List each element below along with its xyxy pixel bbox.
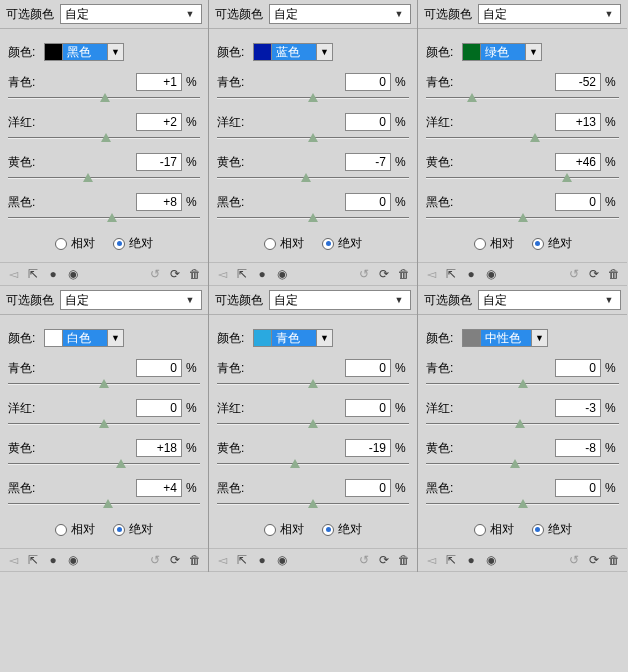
channel-value-input[interactable] — [136, 113, 182, 131]
channel-value-input[interactable] — [555, 399, 601, 417]
radio-relative[interactable]: 相对 — [474, 521, 514, 538]
slider-thumb[interactable] — [518, 379, 528, 388]
slider-track[interactable] — [8, 213, 200, 225]
radio-absolute[interactable]: 绝对 — [532, 235, 572, 252]
eye-icon[interactable]: ◉ — [64, 266, 82, 282]
slider-thumb[interactable] — [467, 93, 477, 102]
radio-relative[interactable]: 相对 — [264, 235, 304, 252]
slider-thumb[interactable] — [116, 459, 126, 468]
trash-icon[interactable]: 🗑 — [395, 266, 413, 282]
hand-icon[interactable]: ◅ — [4, 266, 22, 282]
channel-value-input[interactable] — [136, 359, 182, 377]
slider-track[interactable] — [8, 459, 200, 471]
eye-icon[interactable]: ◉ — [273, 552, 291, 568]
reset-icon[interactable]: ↺ — [146, 266, 164, 282]
slider-track[interactable] — [8, 93, 200, 105]
channel-value-input[interactable] — [555, 479, 601, 497]
channel-value-input[interactable] — [345, 359, 391, 377]
slider-track[interactable] — [426, 379, 619, 391]
expand-icon[interactable]: ⇱ — [24, 552, 42, 568]
slider-track[interactable] — [8, 419, 200, 431]
slider-thumb[interactable] — [99, 419, 109, 428]
slider-track[interactable] — [426, 499, 619, 511]
channel-value-input[interactable] — [555, 359, 601, 377]
slider-track[interactable] — [217, 93, 409, 105]
radio-absolute[interactable]: 绝对 — [322, 521, 362, 538]
eye-icon[interactable]: ◉ — [482, 552, 500, 568]
radio-absolute[interactable]: 绝对 — [322, 235, 362, 252]
slider-thumb[interactable] — [518, 499, 528, 508]
slider-thumb[interactable] — [518, 213, 528, 222]
slider-track[interactable] — [217, 379, 409, 391]
slider-thumb[interactable] — [99, 379, 109, 388]
eye-icon[interactable]: ◉ — [273, 266, 291, 282]
trash-icon[interactable]: 🗑 — [605, 266, 623, 282]
color-dropdown[interactable]: 黑色 ▼ — [44, 43, 124, 61]
refresh-icon[interactable]: ⟳ — [375, 552, 393, 568]
slider-thumb[interactable] — [308, 93, 318, 102]
channel-value-input[interactable] — [136, 73, 182, 91]
channel-value-input[interactable] — [345, 73, 391, 91]
reset-icon[interactable]: ↺ — [565, 266, 583, 282]
slider-thumb[interactable] — [100, 93, 110, 102]
hand-icon[interactable]: ◅ — [422, 266, 440, 282]
hand-icon[interactable]: ◅ — [213, 552, 231, 568]
slider-thumb[interactable] — [510, 459, 520, 468]
radio-absolute[interactable]: 绝对 — [113, 235, 153, 252]
trash-icon[interactable]: 🗑 — [605, 552, 623, 568]
channel-value-input[interactable] — [345, 479, 391, 497]
slider-thumb[interactable] — [308, 133, 318, 142]
channel-value-input[interactable] — [555, 439, 601, 457]
slider-thumb[interactable] — [515, 419, 525, 428]
color-dropdown[interactable]: 白色 ▼ — [44, 329, 124, 347]
slider-thumb[interactable] — [562, 173, 572, 182]
mask-icon[interactable]: ● — [44, 266, 62, 282]
preset-dropdown[interactable]: 自定 ▼ — [478, 4, 621, 24]
channel-value-input[interactable] — [345, 399, 391, 417]
refresh-icon[interactable]: ⟳ — [585, 266, 603, 282]
channel-value-input[interactable] — [345, 193, 391, 211]
reset-icon[interactable]: ↺ — [146, 552, 164, 568]
hand-icon[interactable]: ◅ — [422, 552, 440, 568]
channel-value-input[interactable] — [136, 193, 182, 211]
color-dropdown[interactable]: 绿色 ▼ — [462, 43, 542, 61]
slider-thumb[interactable] — [101, 133, 111, 142]
mask-icon[interactable]: ● — [253, 552, 271, 568]
preset-dropdown[interactable]: 自定 ▼ — [60, 290, 202, 310]
slider-track[interactable] — [217, 133, 409, 145]
radio-relative[interactable]: 相对 — [264, 521, 304, 538]
refresh-icon[interactable]: ⟳ — [375, 266, 393, 282]
preset-dropdown[interactable]: 自定 ▼ — [269, 4, 411, 24]
preset-dropdown[interactable]: 自定 ▼ — [60, 4, 202, 24]
channel-value-input[interactable] — [555, 153, 601, 171]
hand-icon[interactable]: ◅ — [4, 552, 22, 568]
expand-icon[interactable]: ⇱ — [442, 266, 460, 282]
channel-value-input[interactable] — [345, 153, 391, 171]
slider-track[interactable] — [426, 419, 619, 431]
channel-value-input[interactable] — [136, 153, 182, 171]
slider-track[interactable] — [8, 173, 200, 185]
color-dropdown[interactable]: 青色 ▼ — [253, 329, 333, 347]
preset-dropdown[interactable]: 自定 ▼ — [478, 290, 621, 310]
slider-thumb[interactable] — [83, 173, 93, 182]
channel-value-input[interactable] — [136, 479, 182, 497]
trash-icon[interactable]: 🗑 — [395, 552, 413, 568]
channel-value-input[interactable] — [136, 439, 182, 457]
radio-absolute[interactable]: 绝对 — [113, 521, 153, 538]
expand-icon[interactable]: ⇱ — [24, 266, 42, 282]
refresh-icon[interactable]: ⟳ — [166, 266, 184, 282]
slider-thumb[interactable] — [290, 459, 300, 468]
slider-track[interactable] — [8, 379, 200, 391]
expand-icon[interactable]: ⇱ — [233, 552, 251, 568]
channel-value-input[interactable] — [555, 73, 601, 91]
refresh-icon[interactable]: ⟳ — [585, 552, 603, 568]
reset-icon[interactable]: ↺ — [355, 552, 373, 568]
radio-relative[interactable]: 相对 — [55, 521, 95, 538]
channel-value-input[interactable] — [555, 193, 601, 211]
hand-icon[interactable]: ◅ — [213, 266, 231, 282]
slider-track[interactable] — [217, 213, 409, 225]
channel-value-input[interactable] — [136, 399, 182, 417]
slider-thumb[interactable] — [103, 499, 113, 508]
color-dropdown[interactable]: 中性色 ▼ — [462, 329, 548, 347]
slider-track[interactable] — [426, 133, 619, 145]
